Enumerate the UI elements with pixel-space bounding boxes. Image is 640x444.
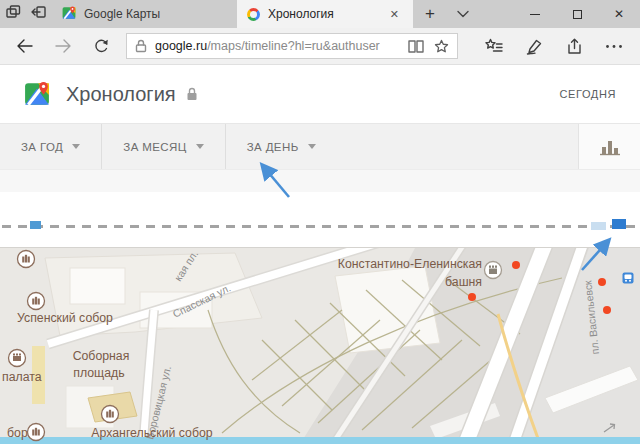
visit-dot[interactable] (468, 293, 476, 301)
tab-title: Google Карты (84, 7, 160, 21)
tab-preview-icon (5, 4, 21, 24)
url-domain: google.ru (155, 39, 207, 53)
private-lock-icon (186, 87, 198, 101)
poi-icon-palata[interactable] (9, 350, 26, 367)
visit-dot[interactable] (603, 306, 611, 314)
timeline-day-marker-selected[interactable] (612, 219, 626, 229)
bar-chart-icon (599, 138, 621, 156)
poi-icon-church[interactable] (18, 251, 35, 268)
minimize-icon (530, 14, 540, 15)
filter-label: ЗА МЕСЯЦ (123, 141, 186, 153)
browser-tab-bar: Google Карты Хронология ✕ + ✕ (0, 0, 640, 28)
timeline-filter-bar: ЗА ГОД ЗА МЕСЯЦ ЗА ДЕНЬ (0, 123, 640, 170)
google-maps-favicon (62, 6, 76, 23)
refresh-button[interactable] (82, 31, 120, 61)
poi-label-uspensky: Успенский собор (17, 311, 113, 325)
chevron-down-icon (196, 144, 204, 149)
poi-label-konstantino: Константино-Еленинская (338, 257, 482, 271)
filter-bar-shadow (0, 170, 640, 192)
chart-view-button[interactable] (578, 124, 640, 169)
chevron-down-icon (72, 144, 80, 149)
timeline-day-marker[interactable] (30, 221, 41, 229)
browser-window: Google Карты Хронология ✕ + ✕ (0, 0, 640, 444)
visit-dot[interactable] (598, 278, 606, 286)
tab-timeline[interactable]: Хронология ✕ (237, 0, 413, 28)
set-tabs-aside-button[interactable] (26, 0, 52, 28)
share-button[interactable] (554, 31, 594, 61)
poi-label-arkhangelsky: Архангельский собор (91, 426, 212, 440)
poi-label: площадь (73, 366, 124, 380)
timeline-page-header: Хронология СЕГОДНЯ (0, 65, 640, 123)
tab-title: Хронология (268, 7, 334, 21)
close-button[interactable]: ✕ (598, 0, 640, 28)
maximize-icon (573, 10, 582, 19)
filter-label: ЗА ГОД (21, 141, 63, 153)
hub-favorites-button[interactable] (474, 31, 514, 61)
web-note-pen-button[interactable] (514, 31, 554, 61)
favorite-star-icon[interactable] (434, 39, 449, 54)
tab-google-maps[interactable]: Google Карты (52, 0, 237, 28)
filter-by-day-button[interactable]: ЗА ДЕНЬ (226, 124, 337, 169)
tab-preview-chevron-icon[interactable] (447, 0, 479, 28)
reading-view-icon[interactable] (408, 40, 424, 53)
back-button[interactable] (6, 31, 44, 61)
bus-stop-icon[interactable] (623, 273, 634, 284)
browser-address-bar: google.ru/maps/timeline?hl=ru&authuser (0, 28, 640, 65)
poi-icon-uspensky-cathedral[interactable] (28, 293, 45, 310)
poi-icon-arkhangelsky-cathedral[interactable] (102, 406, 119, 423)
timeline-day-strip (0, 170, 640, 247)
filter-by-month-button[interactable]: ЗА МЕСЯЦ (102, 124, 225, 169)
today-label[interactable]: СЕГОДНЯ (560, 88, 616, 100)
tab-preview-button[interactable] (0, 0, 26, 28)
poi-label: Соборная (73, 349, 130, 363)
filter-by-year-button[interactable]: ЗА ГОД (0, 124, 102, 169)
poi-label-palata: палата (2, 370, 42, 384)
maximize-button[interactable] (556, 0, 598, 28)
new-tab-button[interactable]: + (413, 0, 447, 28)
visit-dot[interactable] (512, 261, 520, 269)
browser-toolbar-icons (474, 31, 634, 61)
window-controls: ✕ (514, 0, 640, 28)
timeline-day-marker-hover[interactable] (591, 222, 606, 230)
poi-icon-tower[interactable] (485, 262, 502, 279)
timeline-dashes[interactable] (0, 225, 640, 228)
poi-label-konstantino2: башня (445, 275, 482, 289)
filter-label: ЗА ДЕНЬ (247, 141, 299, 153)
poi-icon-cathedral[interactable] (28, 424, 45, 441)
page-title: Хронология (66, 83, 176, 106)
minimize-button[interactable] (514, 0, 556, 28)
map-canvas[interactable]: Спасская ул. кая пл. Боровицкая ул. пл. … (0, 247, 640, 444)
lock-icon (135, 39, 147, 53)
url-field[interactable]: google.ru/maps/timeline?hl=ru&authuser (126, 33, 458, 59)
poi-label-bor: бор (7, 426, 28, 440)
more-options-button[interactable] (594, 31, 634, 61)
forward-button[interactable] (44, 31, 82, 61)
url-path: /maps/timeline?hl=ru&authuser (207, 39, 380, 53)
chevron-down-icon (308, 144, 316, 149)
set-tabs-aside-icon (31, 4, 47, 24)
google-maps-logo (24, 81, 50, 107)
google-favicon (247, 8, 260, 21)
tab-close-icon[interactable]: ✕ (386, 6, 403, 23)
